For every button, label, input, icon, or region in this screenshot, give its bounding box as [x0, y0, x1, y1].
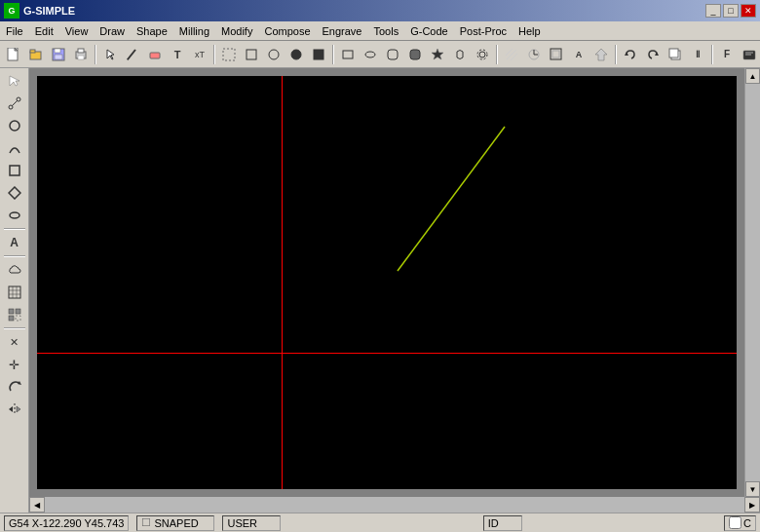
tb-sep2: [213, 45, 215, 64]
menu-engrave[interactable]: Engrave: [317, 21, 368, 40]
tb-circle-btn[interactable]: [263, 44, 285, 65]
svg-marker-46: [9, 187, 20, 199]
menu-modify[interactable]: Modify: [215, 21, 258, 40]
svg-rect-8: [78, 49, 84, 53]
menu-draw[interactable]: Draw: [94, 21, 131, 40]
tb-slot-btn[interactable]: [449, 44, 471, 65]
svg-marker-22: [432, 49, 443, 59]
tb-dimension-btn[interactable]: A: [568, 44, 589, 65]
scroll-right-btn[interactable]: ▶: [744, 497, 760, 513]
lt-sep2: [4, 255, 25, 257]
tb-text-btn[interactable]: T: [167, 44, 188, 65]
lt-line-btn[interactable]: [3, 93, 26, 114]
lt-xform-btn[interactable]: ✕: [3, 331, 26, 353]
bottom-scrollbar[interactable]: ◀ ▶: [29, 497, 760, 513]
tb-gear-btn[interactable]: [472, 44, 493, 65]
left-toolbar: A ✕ ✛: [0, 68, 29, 513]
status-checkbox[interactable]: [729, 516, 741, 529]
tb-roundrect-btn[interactable]: [382, 44, 403, 65]
svg-rect-17: [314, 50, 323, 59]
tb-brace-btn[interactable]: [404, 44, 426, 65]
tb-rect2-btn[interactable]: [337, 44, 359, 65]
tb-xT-btn[interactable]: xT: [189, 44, 210, 65]
scroll-track-vertical: [745, 84, 760, 481]
lt-circle-btn[interactable]: [3, 115, 26, 136]
tb-f-btn[interactable]: F: [716, 44, 738, 65]
app-title: G-SIMPLE: [23, 5, 75, 17]
menu-gcode[interactable]: G-Code: [404, 21, 454, 40]
tb-redo-btn[interactable]: [642, 44, 664, 65]
canvas-wrapper: ▲ ▼ ◀ ▶: [29, 68, 760, 513]
menu-help[interactable]: Help: [513, 21, 547, 40]
svg-rect-45: [10, 166, 19, 175]
lt-ellipse-btn[interactable]: [3, 205, 26, 226]
tb-star-btn[interactable]: [427, 44, 448, 65]
lt-move-btn[interactable]: ✛: [3, 354, 26, 375]
svg-rect-9: [78, 56, 84, 59]
scroll-up-btn[interactable]: ▲: [745, 68, 760, 84]
tb-hatch-btn[interactable]: [501, 44, 522, 65]
lt-text-btn[interactable]: A: [3, 232, 26, 253]
status-bar: G54 X-122.290 Y45.743 ☐ SNAPED USER ID C: [0, 513, 760, 532]
svg-point-15: [269, 50, 279, 59]
scroll-down-btn[interactable]: ▼: [745, 481, 760, 497]
menu-file[interactable]: File: [0, 21, 29, 40]
tb-line-btn[interactable]: [218, 44, 240, 65]
svg-rect-5: [55, 49, 60, 53]
workspace-label: USER: [227, 517, 257, 529]
lt-mirror-btn[interactable]: [3, 399, 26, 420]
right-scrollbar[interactable]: ▲ ▼: [744, 68, 760, 497]
tb-pencil-btn[interactable]: [122, 44, 143, 65]
tb-script-btn[interactable]: [739, 44, 760, 65]
lt-grid-btn[interactable]: [3, 282, 26, 303]
menu-milling[interactable]: Milling: [173, 21, 215, 40]
lt-array-btn[interactable]: [3, 304, 26, 325]
lt-cloud-btn[interactable]: [3, 259, 26, 281]
menu-view[interactable]: View: [59, 21, 95, 40]
tb-save-btn[interactable]: [48, 44, 69, 65]
tb-poly-btn[interactable]: [308, 44, 329, 65]
scroll-left-btn[interactable]: ◀: [29, 497, 45, 513]
lt-rect-btn[interactable]: [3, 160, 26, 181]
tb-measure-btn[interactable]: [523, 44, 545, 65]
tb-circle2-btn[interactable]: [360, 44, 381, 65]
menu-postproc[interactable]: Post-Proc: [454, 21, 513, 40]
lt-arrow-btn[interactable]: [3, 70, 26, 92]
tb-paste-btn[interactable]: Ⅱ: [687, 44, 708, 65]
tb-offset-btn[interactable]: [546, 44, 567, 65]
coords-text: G54 X-122.290 Y45.743: [9, 517, 124, 529]
maximize-button[interactable]: □: [723, 4, 739, 18]
tb-select-btn[interactable]: [99, 44, 121, 65]
tb-copy2-btn[interactable]: [665, 44, 686, 65]
svg-rect-14: [247, 50, 256, 59]
lt-arc-btn[interactable]: [3, 137, 26, 159]
svg-rect-56: [16, 316, 20, 321]
tb-print-btn[interactable]: [70, 44, 92, 65]
drawing-canvas[interactable]: [37, 76, 737, 489]
tb-new-btn[interactable]: [3, 44, 24, 65]
lt-diamond-btn[interactable]: [3, 182, 26, 204]
drawing-line-svg: [37, 76, 737, 489]
menu-shape[interactable]: Shape: [131, 21, 173, 40]
svg-marker-33: [595, 49, 607, 60]
checkbox-section[interactable]: C: [724, 515, 756, 531]
menu-compose[interactable]: Compose: [258, 21, 316, 40]
snap-section[interactable]: ☐ SNAPED: [136, 515, 214, 531]
svg-point-47: [10, 212, 19, 218]
menu-edit[interactable]: Edit: [29, 21, 59, 40]
tb-rect-btn[interactable]: [241, 44, 262, 65]
tb-arrow-btn[interactable]: [590, 44, 612, 65]
lt-sep1: [4, 228, 25, 230]
close-button[interactable]: ✕: [741, 4, 756, 18]
tb-eraser-btn[interactable]: [144, 44, 166, 65]
minimize-button[interactable]: _: [705, 4, 721, 18]
canvas-area[interactable]: [29, 68, 744, 497]
menu-tools[interactable]: Tools: [368, 21, 405, 40]
canvas-inner: ▲ ▼: [29, 68, 760, 497]
lt-rotate-btn[interactable]: [3, 376, 26, 398]
svg-rect-13: [223, 49, 235, 60]
svg-point-23: [479, 52, 485, 57]
tb-undo-btn[interactable]: [620, 44, 641, 65]
tb-fill-btn[interactable]: [285, 44, 307, 65]
tb-open-btn[interactable]: [25, 44, 47, 65]
